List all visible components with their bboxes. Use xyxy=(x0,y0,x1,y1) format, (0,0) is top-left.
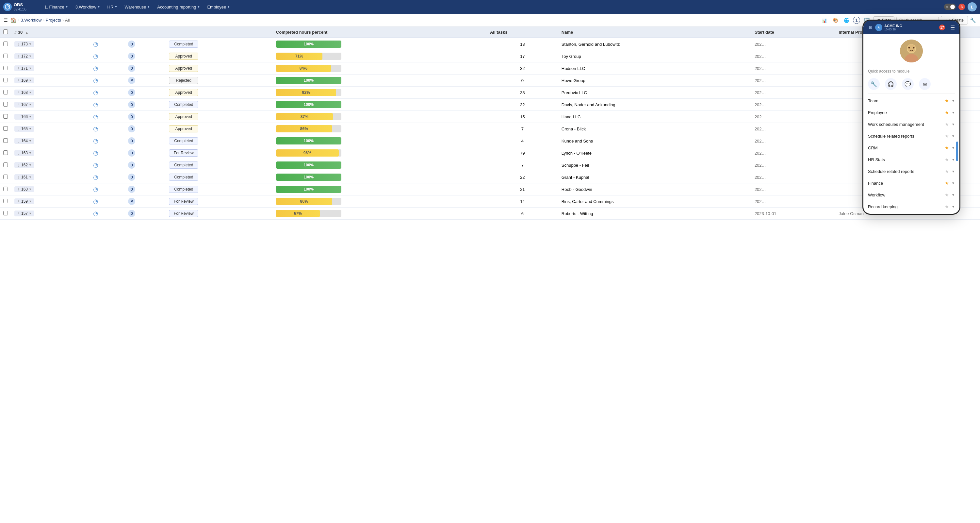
row-status-badge[interactable]: For Review xyxy=(169,210,198,217)
breadcrumb-workflow[interactable]: 3.Workflow xyxy=(21,18,41,22)
row-id-dropdown[interactable]: ▼ xyxy=(29,188,32,191)
row-chart-icon[interactable]: ◔ xyxy=(93,150,98,156)
mobile-headset-icon[interactable]: 🎧 xyxy=(885,78,897,90)
row-chart-icon[interactable]: ◔ xyxy=(93,138,98,144)
row-chart-icon[interactable]: ◔ xyxy=(93,113,98,120)
row-id-dropdown[interactable]: ▼ xyxy=(29,91,32,94)
row-status-badge[interactable]: Approved xyxy=(169,113,198,120)
mobile-menu-star[interactable]: ★ xyxy=(945,180,949,186)
row-id-dropdown[interactable]: ▼ xyxy=(29,139,32,142)
row-chart-icon[interactable]: ◔ xyxy=(93,210,98,217)
row-id-badge[interactable]: ⋮ 172 ▼ xyxy=(14,53,34,59)
row-id-dropdown[interactable]: ▼ xyxy=(29,43,32,46)
palette-icon[interactable]: 🎨 xyxy=(831,16,840,25)
row-id-dropdown[interactable]: ▼ xyxy=(29,151,32,155)
row-checkbox[interactable] xyxy=(3,126,8,131)
mobile-menu-star[interactable]: ★ xyxy=(945,192,949,198)
mobile-menu-star[interactable]: ★ xyxy=(945,110,949,115)
row-id-badge[interactable]: ⋮ 165 ▼ xyxy=(14,126,34,132)
mobile-menu-item[interactable]: CRM ★ ▼ xyxy=(863,142,959,154)
row-status-badge[interactable]: Completed xyxy=(169,161,198,169)
name-header[interactable]: Name xyxy=(558,27,751,38)
row-chart-icon[interactable]: ◔ xyxy=(93,65,98,72)
row-checkbox[interactable] xyxy=(3,90,8,94)
row-chart-icon[interactable]: ◔ xyxy=(93,101,98,108)
row-id-badge[interactable]: ⋮ 161 ▼ xyxy=(14,174,34,180)
settings-icon[interactable]: 🔧 xyxy=(970,18,976,23)
globe-icon[interactable]: 🌐 xyxy=(842,16,851,25)
mobile-menu-star[interactable]: ★ xyxy=(945,157,949,162)
row-id-dropdown[interactable]: ▼ xyxy=(29,54,32,58)
mobile-menu-icon[interactable]: ☰ xyxy=(950,24,955,31)
mobile-menu-star[interactable]: ★ xyxy=(945,145,949,150)
hamburger-menu[interactable]: ☰ xyxy=(4,18,8,22)
row-checkbox[interactable] xyxy=(3,54,8,58)
row-id-badge[interactable]: ⋮ 164 ▼ xyxy=(14,138,34,144)
row-status-badge[interactable]: Completed xyxy=(169,101,198,108)
mobile-menu-star[interactable]: ★ xyxy=(945,204,949,209)
row-id-dropdown[interactable]: ▼ xyxy=(29,163,32,167)
row-status-badge[interactable]: Completed xyxy=(169,186,198,193)
all-tasks-header[interactable]: All tasks xyxy=(487,27,558,38)
row-checkbox[interactable] xyxy=(3,150,8,155)
row-id-dropdown[interactable]: ▼ xyxy=(29,67,32,70)
row-id-badge[interactable]: ⋮ 167 ▼ xyxy=(14,102,34,108)
row-id-dropdown[interactable]: ▼ xyxy=(29,115,32,118)
row-chart-icon[interactable]: ◔ xyxy=(93,126,98,132)
mobile-chat-icon[interactable]: 💬 xyxy=(902,78,914,90)
mobile-menu-star[interactable]: ★ xyxy=(945,169,949,174)
mobile-menu-item[interactable]: Finance ★ ▼ xyxy=(863,177,959,189)
completed-hours-header[interactable]: Completed hours percent xyxy=(273,27,487,38)
row-id-dropdown[interactable]: ▼ xyxy=(29,212,32,215)
row-checkbox[interactable] xyxy=(3,163,8,167)
start-date-header[interactable]: Start date xyxy=(751,27,835,38)
nav-warehouse[interactable]: Warehouse▼ xyxy=(121,3,153,11)
row-checkbox[interactable] xyxy=(3,138,8,143)
row-status-badge[interactable]: Approved xyxy=(169,89,198,96)
user-avatar[interactable]: L xyxy=(967,2,977,11)
breadcrumb-projects[interactable]: Projects xyxy=(46,18,61,22)
mobile-menu-star[interactable]: ★ xyxy=(945,98,949,103)
mobile-mail-icon[interactable]: ✉ xyxy=(919,78,931,90)
mobile-menu-item[interactable]: Work schedules management ★ ▼ xyxy=(863,118,959,130)
home-icon[interactable]: 🏠 xyxy=(10,18,17,23)
row-checkbox[interactable] xyxy=(3,211,8,215)
row-checkbox[interactable] xyxy=(3,66,8,70)
mobile-menu-item[interactable]: Schedule related reports ★ ▼ xyxy=(863,166,959,177)
row-checkbox[interactable] xyxy=(3,102,8,107)
row-checkbox[interactable] xyxy=(3,114,8,119)
row-id-badge[interactable]: ⋮ 162 ▼ xyxy=(14,162,34,168)
row-id-badge[interactable]: ⋮ 171 ▼ xyxy=(14,65,34,71)
row-status-badge[interactable]: Completed xyxy=(169,174,198,181)
row-checkbox[interactable] xyxy=(3,78,8,82)
row-num-header[interactable]: # 30 ▲ xyxy=(11,27,90,38)
mobile-menu-star[interactable]: ★ xyxy=(945,121,949,127)
row-id-dropdown[interactable]: ▼ xyxy=(29,103,32,106)
mobile-menu-item[interactable]: Schedule related reports ★ ▼ xyxy=(863,130,959,142)
row-id-badge[interactable]: ⋮ 157 ▼ xyxy=(14,210,34,216)
mobile-notification-badge[interactable]: 17 xyxy=(939,24,945,30)
row-id-dropdown[interactable]: ▼ xyxy=(29,200,32,203)
row-status-badge[interactable]: For Review xyxy=(169,149,198,156)
nav-workflow[interactable]: 3.Workflow▼ xyxy=(72,3,103,11)
row-status-badge[interactable]: For Review xyxy=(169,198,198,205)
mobile-menu-item[interactable]: Workflow ★ ▼ xyxy=(863,189,959,201)
nav-finance[interactable]: 1. Finance▼ xyxy=(41,3,72,11)
row-checkbox[interactable] xyxy=(3,41,8,46)
row-status-badge[interactable]: Approved xyxy=(169,65,198,72)
row-id-badge[interactable]: ⋮ 168 ▼ xyxy=(14,89,34,96)
mobile-menu-star[interactable]: ★ xyxy=(945,133,949,139)
select-all-checkbox[interactable] xyxy=(3,29,8,34)
row-checkbox[interactable] xyxy=(3,187,8,191)
row-status-badge[interactable]: Approved xyxy=(169,53,198,60)
row-id-dropdown[interactable]: ▼ xyxy=(29,127,32,131)
row-id-badge[interactable]: ⋮ 173 ▼ xyxy=(14,41,34,47)
row-id-badge[interactable]: ⋮ 160 ▼ xyxy=(14,186,34,192)
nav-accounting[interactable]: Accounting reporting▼ xyxy=(154,3,203,11)
mobile-menu-item[interactable]: HR Stats ★ ▼ xyxy=(863,154,959,166)
nav-hr[interactable]: HR▼ xyxy=(104,3,121,11)
row-chart-icon[interactable]: ◔ xyxy=(93,89,98,96)
row-status-badge[interactable]: Rejected xyxy=(169,77,198,84)
notification-badge[interactable]: 3 xyxy=(958,3,965,10)
row-chart-icon[interactable]: ◔ xyxy=(93,174,98,180)
